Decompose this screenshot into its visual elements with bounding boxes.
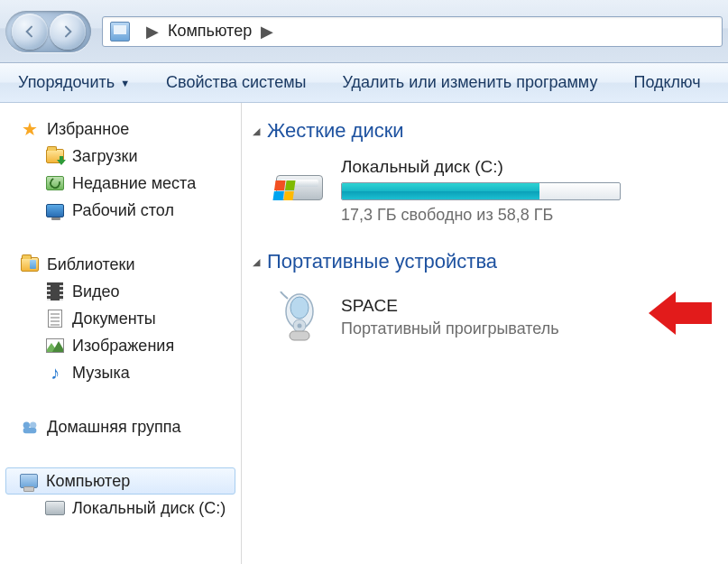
system-properties-label: Свойства системы bbox=[166, 73, 306, 92]
pictures-icon bbox=[46, 338, 64, 353]
local-disk-icon bbox=[45, 501, 65, 515]
computer-icon bbox=[20, 474, 38, 488]
sidebar-libraries[interactable]: Библиотеки bbox=[0, 251, 241, 278]
sidebar-item-local-disk-c[interactable]: Локальный диск (C:) bbox=[0, 495, 241, 522]
arrow-left-icon bbox=[23, 24, 37, 39]
navigation-bar: ▶ Компьютер ▶ bbox=[0, 0, 728, 63]
drive-info: Локальный диск (C:) 17,3 ГБ свободно из … bbox=[341, 157, 666, 225]
svg-rect-2 bbox=[23, 428, 37, 433]
sidebar-item-recent[interactable]: Недавние места bbox=[0, 170, 241, 197]
navigation-pane: ★ Избранное Загрузки Недавние места Рабо… bbox=[0, 103, 242, 564]
homegroup-group: Домашняя группа bbox=[0, 413, 241, 440]
music-icon: ♪ bbox=[45, 363, 65, 383]
sidebar-favorites[interactable]: ★ Избранное bbox=[0, 116, 241, 143]
drive-title: Локальный диск (C:) bbox=[341, 157, 666, 177]
sidebar-item-downloads[interactable]: Загрузки bbox=[0, 143, 241, 170]
red-arrow-annotation-icon bbox=[649, 291, 712, 335]
svg-point-0 bbox=[23, 422, 30, 429]
device-title: SPACE bbox=[341, 296, 559, 316]
map-network-drive-label: Подключ bbox=[633, 73, 700, 92]
chevron-down-icon: ▼ bbox=[120, 78, 130, 88]
organize-button[interactable]: Упорядочить ▼ bbox=[18, 73, 130, 92]
device-space[interactable]: SPACE Портативный проигрыватель bbox=[253, 284, 721, 349]
collapse-icon: ◢ bbox=[253, 256, 260, 268]
hard-drives-header: Жесткие диски bbox=[267, 119, 404, 143]
breadcrumb-separator-icon[interactable]: ▶ bbox=[137, 22, 168, 42]
star-icon: ★ bbox=[20, 119, 40, 139]
collapse-icon: ◢ bbox=[253, 125, 260, 137]
portable-player-icon bbox=[274, 291, 325, 342]
computer-icon bbox=[110, 22, 130, 42]
svg-point-4 bbox=[290, 297, 309, 319]
organize-label: Упорядочить bbox=[18, 73, 115, 92]
sidebar-item-music[interactable]: ♪ Музыка bbox=[0, 359, 241, 386]
section-portable-devices[interactable]: ◢ Портативные устройства bbox=[253, 250, 721, 273]
sidebar-homegroup[interactable]: Домашняя группа bbox=[0, 413, 241, 440]
back-button[interactable] bbox=[12, 14, 48, 50]
homegroup-icon bbox=[20, 417, 40, 437]
capacity-fill bbox=[342, 183, 539, 199]
favorites-group: ★ Избранное Загрузки Недавние места Рабо… bbox=[0, 116, 241, 224]
breadcrumb-computer[interactable]: Компьютер bbox=[168, 22, 252, 41]
libraries-icon bbox=[21, 257, 39, 272]
breadcrumb-separator-icon[interactable]: ▶ bbox=[252, 22, 282, 42]
favorites-label: Избранное bbox=[47, 120, 129, 139]
libraries-label: Библиотеки bbox=[47, 255, 135, 274]
sidebar-item-pictures[interactable]: Изображения bbox=[0, 332, 241, 359]
address-bar[interactable]: ▶ Компьютер ▶ bbox=[102, 16, 723, 47]
arrow-right-icon bbox=[60, 24, 75, 39]
document-icon bbox=[48, 310, 62, 328]
homegroup-label: Домашняя группа bbox=[47, 418, 181, 437]
capacity-bar bbox=[341, 182, 621, 200]
music-label: Музыка bbox=[72, 364, 130, 383]
command-toolbar: Упорядочить ▼ Свойства системы Удалить и… bbox=[0, 63, 728, 103]
explorer-body: ★ Избранное Загрузки Недавние места Рабо… bbox=[0, 103, 728, 564]
downloads-label: Загрузки bbox=[72, 147, 137, 166]
hard-disk-icon bbox=[274, 157, 325, 200]
videos-label: Видео bbox=[72, 282, 120, 301]
video-icon bbox=[47, 282, 63, 300]
section-hard-drives[interactable]: ◢ Жесткие диски bbox=[253, 119, 721, 143]
libraries-group: Библиотеки Видео Документы Изображения ♪… bbox=[0, 251, 241, 386]
svg-rect-7 bbox=[290, 331, 309, 340]
local-disk-label: Локальный диск (C:) bbox=[72, 499, 226, 518]
device-info: SPACE Портативный проигрыватель bbox=[341, 296, 559, 338]
desktop-label: Рабочий стол bbox=[72, 201, 174, 220]
sidebar-item-desktop[interactable]: Рабочий стол bbox=[0, 197, 241, 224]
recent-label: Недавние места bbox=[72, 174, 196, 193]
content-pane: ◢ Жесткие диски Локальный диск (C:) 17,3… bbox=[242, 103, 728, 564]
map-network-drive-button[interactable]: Подключ bbox=[633, 73, 700, 92]
computer-label: Компьютер bbox=[46, 472, 130, 491]
pictures-label: Изображения bbox=[72, 337, 174, 356]
portable-devices-header: Портативные устройства bbox=[267, 250, 497, 273]
downloads-icon bbox=[46, 149, 64, 163]
svg-point-1 bbox=[30, 422, 36, 429]
drive-free-space: 17,3 ГБ свободно из 58,8 ГБ bbox=[341, 206, 666, 225]
documents-label: Документы bbox=[72, 310, 156, 328]
uninstall-program-button[interactable]: Удалить или изменить программу bbox=[342, 73, 597, 92]
sidebar-item-videos[interactable]: Видео bbox=[0, 278, 241, 305]
svg-point-6 bbox=[298, 324, 302, 328]
uninstall-program-label: Удалить или изменить программу bbox=[342, 73, 597, 92]
forward-button[interactable] bbox=[50, 14, 86, 50]
system-properties-button[interactable]: Свойства системы bbox=[166, 73, 306, 92]
nav-history-buttons bbox=[5, 11, 91, 52]
computer-group: Компьютер Локальный диск (C:) bbox=[0, 467, 241, 522]
sidebar-item-documents[interactable]: Документы bbox=[0, 305, 241, 332]
device-type: Портативный проигрыватель bbox=[341, 319, 559, 338]
drive-local-c[interactable]: Локальный диск (C:) 17,3 ГБ свободно из … bbox=[253, 153, 721, 228]
sidebar-computer[interactable]: Компьютер bbox=[5, 467, 235, 495]
recent-places-icon bbox=[46, 176, 64, 190]
desktop-icon bbox=[46, 204, 64, 217]
